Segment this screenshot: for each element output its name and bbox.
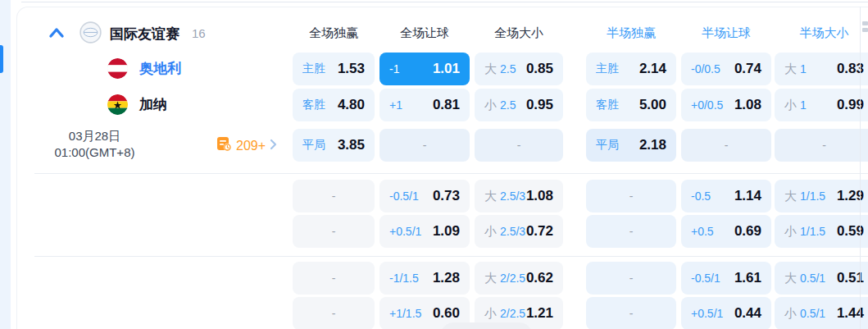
austria-flag-icon [107, 58, 128, 79]
odds-cell-empty: - [586, 180, 676, 212]
odds-cell-full-handicap-alt[interactable]: +0.5/1 1.09 [379, 215, 470, 248]
odds-cell-half-under-alt[interactable]: 小 1/1.5 0.59 [775, 215, 868, 248]
league-card: 国际友谊赛 16 全场独赢 全场让球 全场大小 半场独赢 半场让球 半场大小 奥… [16, 7, 868, 329]
odds-cell-full-over[interactable]: 大 2.5 0.85 [475, 53, 563, 85]
odds-cell-full-home-win[interactable]: 主胜 1.53 [293, 53, 375, 85]
odds-cell-half-handicap-alt[interactable]: +0.5/1 0.44 [681, 297, 771, 329]
odds-cell-full-handicap-away[interactable]: +1 0.81 [379, 89, 470, 121]
odds-cell-half-handicap-alt[interactable]: -0.5/1 1.61 [681, 262, 771, 295]
odds-cell-half-over-alt[interactable]: 大 1/1.5 1.29 [775, 180, 868, 212]
ghana-flag-icon [107, 94, 128, 115]
odds-cell-empty: - [775, 129, 868, 162]
top-divider [21, 2, 868, 2]
league-title: 国际友谊赛 [110, 25, 180, 43]
home-team-row: 奥地利 [107, 58, 181, 79]
right-column-divider [860, 7, 861, 329]
odds-cell-empty: - [681, 129, 771, 162]
odds-cell-full-under-alt[interactable]: 小 2.5/3 0.72 [475, 215, 563, 248]
odds-cell-full-handicap-alt[interactable]: -0.5/1 0.73 [379, 180, 470, 212]
odds-cell-full-draw[interactable]: 平局 3.85 [293, 129, 375, 162]
odds-cell-empty: - [293, 297, 375, 329]
odds-cell-empty: - [293, 180, 375, 212]
back-to-top-button[interactable]: 返回顶部 [440, 322, 533, 329]
column-header-half-handicap: 半场让球 [681, 25, 771, 41]
chevron-right-icon [270, 139, 277, 153]
away-team-name: 加纳 [139, 95, 167, 114]
away-team-row: 加纳 [107, 94, 167, 115]
odds-cell-half-away-win[interactable]: 客胜 5.00 [586, 89, 676, 121]
odds-cell-empty: - [293, 262, 375, 295]
odds-cell-full-handicap-home-selected[interactable]: -1 1.01 [379, 53, 470, 85]
odds-cell-full-away-win[interactable]: 客胜 4.80 [293, 89, 375, 121]
match-time: 01:00(GMT+8) [35, 144, 154, 161]
odds-cell-half-under[interactable]: 小 1 0.99 [775, 89, 868, 121]
markets-doc-clock-icon [216, 136, 232, 155]
odds-cell-half-over-alt[interactable]: 大 0.5/1 0.51 [775, 262, 868, 295]
league-logo-icon [80, 21, 102, 43]
odds-cell-half-handicap-away[interactable]: +0/0.5 1.08 [681, 89, 771, 121]
odds-cell-empty: - [586, 215, 676, 248]
markets-count: 209+ [236, 139, 266, 153]
odds-cell-full-over-alt[interactable]: 大 2.5/3 1.08 [475, 180, 563, 212]
scroll-indicator [0, 45, 3, 73]
odds-cell-empty: - [293, 215, 375, 248]
section-divider [34, 173, 868, 174]
column-header-full-1x2: 全场独赢 [293, 25, 375, 41]
odds-page: 国际友谊赛 16 全场独赢 全场让球 全场大小 半场独赢 半场让球 半场大小 奥… [0, 0, 868, 329]
match-date: 03月28日 [35, 128, 154, 144]
collapse-chevron-up-icon[interactable] [47, 25, 66, 42]
odds-cell-full-handicap-alt[interactable]: -1/1.5 1.28 [379, 262, 470, 295]
home-team-name: 奥地利 [139, 59, 181, 78]
odds-cell-half-home-win[interactable]: 主胜 2.14 [586, 53, 676, 85]
league-match-count: 16 [192, 26, 206, 40]
odds-cell-half-draw[interactable]: 平局 2.18 [586, 129, 676, 162]
odds-cell-empty: - [586, 262, 676, 295]
column-header-full-overunder: 全场大小 [475, 25, 563, 41]
column-header-half-1x2: 半场独赢 [586, 25, 676, 41]
odds-cell-half-handicap-alt[interactable]: +0.5 0.69 [681, 215, 771, 248]
odds-cell-half-handicap-home[interactable]: -0/0.5 0.74 [681, 53, 771, 85]
section-divider [34, 256, 868, 257]
odds-cell-empty: - [586, 297, 676, 329]
odds-cell-empty: - [475, 129, 563, 162]
column-header-full-handicap: 全场让球 [379, 25, 470, 41]
column-header-half-overunder: 半场大小 [775, 25, 868, 41]
match-datetime: 03月28日 01:00(GMT+8) [35, 128, 154, 161]
more-markets-link[interactable]: 209+ [216, 136, 277, 155]
odds-cell-half-over[interactable]: 大 1 0.83 [775, 53, 868, 85]
odds-cell-full-under[interactable]: 小 2.5 0.95 [475, 89, 563, 121]
odds-cell-half-under-alt[interactable]: 小 0.5/1 1.44 [775, 297, 868, 329]
clipped-edge-icon [862, 21, 868, 34]
odds-cell-full-over-alt[interactable]: 大 2/2.5 0.62 [475, 262, 563, 295]
odds-cell-empty: - [379, 129, 470, 162]
odds-cell-half-handicap-alt[interactable]: -0.5 1.14 [681, 180, 771, 212]
